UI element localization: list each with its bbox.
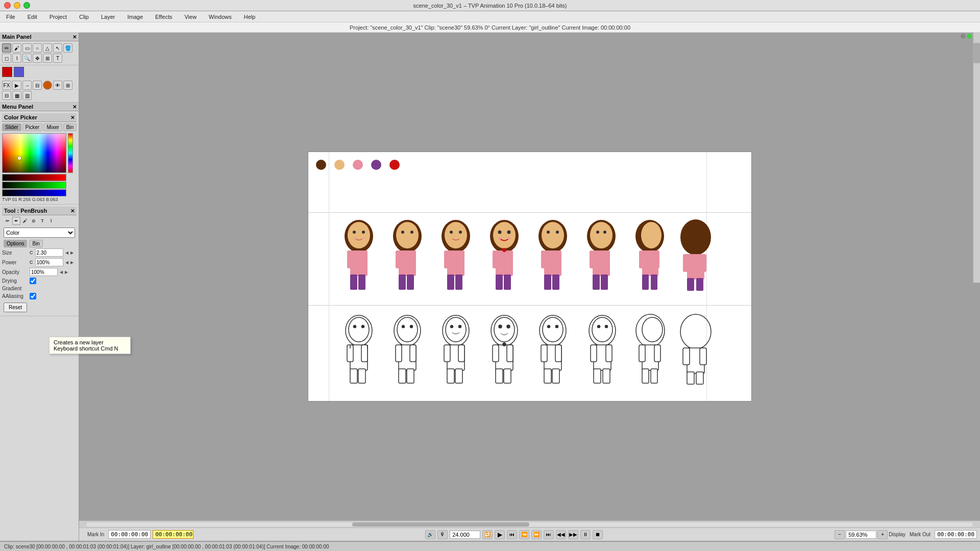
tool-circle2[interactable] (43, 81, 52, 90)
prev-frame-btn[interactable]: ⏪ (519, 530, 529, 539)
aliasing-checkbox[interactable] (30, 293, 36, 299)
tool-pencil[interactable]: ✏ (2, 43, 11, 53)
opacity-arrow-right[interactable]: ▶ (65, 270, 68, 274)
main-panel-close[interactable]: ✕ (72, 34, 77, 40)
loop-btn[interactable]: 🔁 (482, 530, 493, 539)
tool-polygon[interactable]: △ (43, 43, 52, 53)
tab-picker[interactable]: Picker (22, 123, 43, 131)
color-hue-strip[interactable] (68, 133, 73, 173)
reset-button[interactable]: Reset (4, 303, 27, 312)
size-arrow-left[interactable]: ◀ (65, 251, 68, 255)
skip-start-btn[interactable]: ⏮ (507, 530, 517, 539)
blue-slider[interactable] (2, 189, 66, 196)
tool-forward[interactable]: → (22, 81, 32, 90)
tool-lasso[interactable]: ⌇ (12, 54, 21, 63)
menu-project[interactable]: Project (47, 13, 69, 21)
tool-table2[interactable]: ▥ (22, 91, 32, 100)
brush-icon-6[interactable]: ⌇ (47, 217, 55, 225)
tool-arrow[interactable]: ↖ (53, 43, 62, 53)
drying-row: Drying (2, 278, 77, 284)
canvas-container[interactable] (79, 33, 980, 520)
svg-rect-133 (654, 345, 660, 362)
minimize-button[interactable] (14, 2, 20, 9)
tool-grid2[interactable]: ⊟ (2, 91, 11, 100)
zoom-out-btn[interactable]: − (835, 530, 845, 539)
tab-bin[interactable]: Bin (63, 123, 77, 131)
tool-circle[interactable]: ○ (33, 43, 42, 53)
red-slider[interactable] (2, 174, 66, 181)
pause-btn[interactable]: ⏸ (580, 530, 591, 539)
power-arrow-right[interactable]: ▶ (70, 260, 74, 265)
brush-icon-1[interactable]: ✏ (4, 217, 12, 225)
menu-panel-close[interactable]: ✕ (72, 104, 77, 110)
zoom-input[interactable] (846, 531, 876, 539)
close-button[interactable] (4, 2, 11, 9)
prev-btn[interactable]: ◀◀ (556, 530, 566, 539)
menu-clip[interactable]: Clip (77, 13, 91, 21)
opacity-arrow-left[interactable]: ◀ (60, 270, 63, 274)
maximize-button[interactable] (23, 2, 30, 9)
tab-options[interactable]: Options (4, 240, 27, 247)
fps-input[interactable] (450, 531, 480, 539)
foreground-color[interactable] (2, 67, 12, 77)
opacity-input[interactable] (30, 268, 58, 276)
menu-effects[interactable]: Effects (153, 13, 174, 21)
tool-paint[interactable]: 🪣 (63, 43, 72, 53)
mic-btn[interactable]: 🎙 (437, 530, 448, 539)
tool-options-close[interactable]: ✕ (70, 208, 75, 214)
title-bar: scene_color_30_v1 – TVP Animation 10 Pro… (0, 0, 980, 11)
color-gradient[interactable] (2, 133, 66, 173)
menu-layer[interactable]: Layer (99, 13, 117, 21)
tool-rect[interactable]: ▭ (22, 43, 32, 53)
color-mode-select[interactable]: Color (4, 228, 75, 238)
green-slider[interactable] (2, 182, 66, 189)
menu-file[interactable]: File (4, 13, 17, 21)
color-picker-close[interactable]: ✕ (70, 115, 75, 120)
tool-zoom[interactable]: 🔍 (22, 54, 32, 63)
stop-btn[interactable]: ⏹ (593, 530, 603, 539)
background-color[interactable] (14, 67, 24, 77)
vertical-scrollbar[interactable] (973, 33, 980, 283)
vol-btn[interactable]: 🔊 (425, 530, 435, 539)
drying-checkbox[interactable] (30, 278, 36, 284)
horizontal-scrollbar[interactable] (79, 520, 980, 528)
power-arrow-left[interactable]: ◀ (65, 260, 68, 265)
svg-point-37 (507, 231, 510, 234)
skip-end-btn[interactable]: ⏭ (544, 530, 554, 539)
brush-icon-4[interactable]: ⊘ (30, 217, 38, 225)
tool-brush[interactable]: 🖌 (12, 43, 21, 53)
brush-icon-5[interactable]: T (38, 217, 46, 225)
tool-transform[interactable]: ⊞ (43, 54, 52, 63)
tool-move[interactable]: ✥ (33, 54, 42, 63)
svg-rect-55 (593, 274, 600, 290)
tab-bin2[interactable]: Bin (29, 240, 42, 247)
tool-layers[interactable]: ⊟ (33, 81, 42, 90)
menu-view[interactable]: View (182, 13, 199, 21)
menu-image[interactable]: Image (125, 13, 145, 21)
tool-eye[interactable]: 👁 (53, 81, 62, 90)
window-controls[interactable] (4, 2, 30, 9)
zoom-in-btn[interactable]: + (877, 530, 888, 539)
tool-fx[interactable]: FX (2, 81, 11, 90)
tab-slider[interactable]: Slider (2, 123, 21, 131)
next-btn[interactable]: ▶▶ (568, 530, 578, 539)
menu-edit[interactable]: Edit (26, 13, 39, 21)
size-arrow-right[interactable]: ▶ (70, 251, 74, 255)
menu-help[interactable]: Help (242, 13, 258, 21)
vscroll-thumb[interactable] (973, 43, 980, 63)
tool-text[interactable]: T (53, 54, 62, 63)
tool-play[interactable]: ▶ (12, 81, 21, 90)
size-input[interactable] (35, 248, 63, 257)
brush-icon-3[interactable]: 🖋 (21, 217, 29, 225)
tab-mixer[interactable]: Mixer (43, 123, 62, 131)
menu-windows[interactable]: Windows (207, 13, 234, 21)
play-btn[interactable]: ▶ (495, 530, 505, 539)
tool-grid[interactable]: ⊞ (63, 81, 72, 90)
tool-table[interactable]: ▦ (12, 91, 21, 100)
tool-select[interactable]: ◻ (2, 54, 11, 63)
hscroll-thumb[interactable] (352, 522, 529, 527)
power-input[interactable] (35, 258, 63, 266)
brush-icon-2[interactable]: ✒ (12, 217, 20, 225)
next-frame-btn[interactable]: ⏩ (531, 530, 542, 539)
hscroll-track[interactable] (86, 522, 973, 527)
